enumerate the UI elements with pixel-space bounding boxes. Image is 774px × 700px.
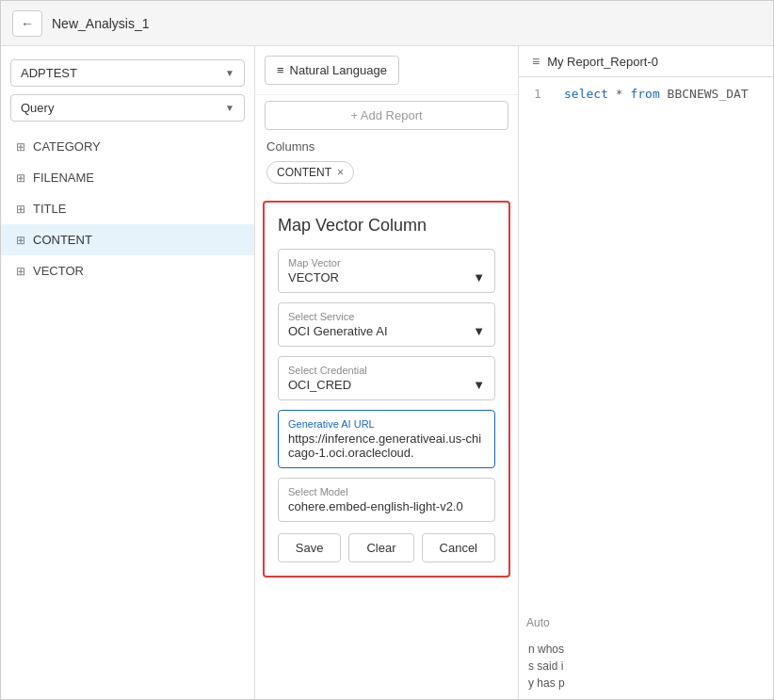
generative-ai-url-group: Generative AI URL https://inference.gene… [278,410,495,468]
code-text: select * from BBCNEWS_DAT [564,87,749,101]
clear-button[interactable]: Clear [348,533,413,562]
sidebar-item-content-label: CONTENT [33,233,92,247]
content-tag-label: CONTENT [277,166,331,179]
sidebar-item-content[interactable]: ⊞ CONTENT [1,224,254,255]
content-icon: ⊞ [16,234,25,247]
adptest-label: ADPTEST [21,66,77,80]
report-tab: ≡ My Report_Report-0 [519,46,773,77]
credential-arrow-icon: ▼ [473,378,485,392]
adptest-dropdown[interactable]: ADPTEST ▼ [10,59,245,87]
natural-language-button[interactable]: ≡ Natural Language [265,56,399,85]
app-title: New_Analysis_1 [52,16,150,31]
report-tab-icon: ≡ [532,54,540,69]
title-icon: ⊞ [16,203,25,216]
natural-language-label: Natural Language [290,63,387,77]
generative-ai-url-label: Generative AI URL [288,418,485,430]
app-container: ← New_Analysis_1 ADPTEST ▼ Query ▼ ⊞ CAT… [0,0,774,700]
content-tag: CONTENT × [266,161,354,184]
generative-ai-url-field[interactable]: Generative AI URL https://inference.gene… [278,410,495,468]
map-vector-field-label: Map Vector [288,257,485,269]
select-credential-group: Select Credential OCI_CRED ▼ [278,356,495,400]
select-service-value: OCI Generative AI ▼ [288,324,485,338]
sidebar-item-title[interactable]: ⊞ TITLE [1,193,254,224]
sidebar-item-category-label: CATEGORY [33,139,101,154]
code-area: 1 select * from BBCNEWS_DAT [519,77,773,612]
query-dropdown[interactable]: Query ▼ [10,94,245,122]
line-number: 1 [534,87,549,101]
sidebar-items: ⊞ CATEGORY ⊞ FILENAME ⊞ TITLE ⊞ CONTENT … [1,131,254,286]
main-layout: ADPTEST ▼ Query ▼ ⊞ CATEGORY ⊞ FILENAME … [1,46,773,699]
category-icon: ⊞ [16,140,25,154]
sidebar-item-title-label: TITLE [33,202,66,216]
select-model-group: Select Model cohere.embed-english-light-… [278,478,495,522]
filename-icon: ⊞ [16,171,25,185]
select-service-group: Select Service OCI Generative AI ▼ [278,302,495,347]
select-model-label: Select Model [288,486,485,497]
adptest-arrow-icon: ▼ [225,68,234,78]
sidebar: ADPTEST ▼ Query ▼ ⊞ CATEGORY ⊞ FILENAME … [1,46,255,699]
natural-language-icon: ≡ [277,63,284,77]
select-model-field[interactable]: Select Model cohere.embed-english-light-… [278,478,495,522]
service-arrow-icon: ▼ [473,324,485,338]
right-text-snippets: n whos s said i y has p [519,633,773,699]
map-vector-field-value: VECTOR ▼ [288,270,485,285]
sidebar-item-vector[interactable]: ⊞ VECTOR [1,255,254,286]
select-model-value: cohere.embed-english-light-v2.0 [288,499,485,513]
right-panel: ≡ My Report_Report-0 1 select * from BBC… [519,46,773,699]
title-bar: ← New_Analysis_1 [1,1,773,46]
content-tag-remove[interactable]: × [337,166,344,179]
vector-icon: ⊞ [16,265,25,278]
action-buttons: Save Clear Cancel [278,533,495,562]
generative-ai-url-value: https://inference.generativeai.us-chicag… [288,431,485,460]
code-keyword-from: from [630,87,659,101]
map-vector-group: Map Vector VECTOR ▼ [278,249,495,293]
back-icon: ← [21,16,34,31]
snippet-2: s said i [528,658,764,675]
map-vector-title: Map Vector Column [278,216,495,236]
auto-label: Auto [526,616,550,629]
map-vector-arrow-icon: ▼ [473,270,485,285]
save-button[interactable]: Save [278,533,342,562]
snippet-3: y has p [528,675,764,692]
snippet-1: n whos [528,641,764,658]
select-credential-label: Select Credential [288,365,485,376]
center-panel: ≡ Natural Language + Add Report Columns … [255,46,519,699]
report-tab-label: My Report_Report-0 [547,55,658,69]
select-credential-value: OCI_CRED ▼ [288,378,485,392]
select-service-label: Select Service [288,311,485,322]
sidebar-item-filename[interactable]: ⊞ FILENAME [1,162,254,193]
code-keyword-select: select [564,87,608,101]
sidebar-item-vector-label: VECTOR [33,264,84,278]
code-line-1: 1 select * from BBCNEWS_DAT [534,87,758,101]
query-arrow-icon: ▼ [225,103,234,113]
sidebar-item-filename-label: FILENAME [33,171,94,185]
add-report-button[interactable]: + Add Report [265,101,508,130]
center-toolbar: ≡ Natural Language [255,46,518,95]
select-service-field[interactable]: Select Service OCI Generative AI ▼ [278,302,495,347]
map-vector-panel: Map Vector Column Map Vector VECTOR ▼ Se… [263,201,510,578]
query-label: Query [21,101,54,115]
columns-label: Columns [266,139,507,154]
map-vector-field[interactable]: Map Vector VECTOR ▼ [278,249,495,293]
select-credential-field[interactable]: Select Credential OCI_CRED ▼ [278,356,495,400]
add-report-label: + Add Report [350,108,422,122]
back-button[interactable]: ← [12,10,42,37]
sidebar-item-category[interactable]: ⊞ CATEGORY [1,131,254,162]
columns-section: Columns CONTENT × [255,130,518,193]
cancel-button[interactable]: Cancel [422,533,495,562]
